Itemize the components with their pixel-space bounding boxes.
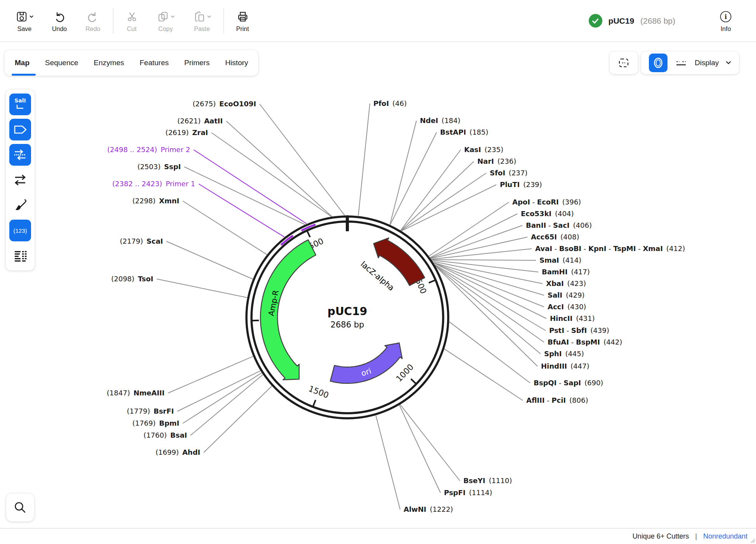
enzyme-label-apoi-ecori[interactable]: ApoI - EcoRI (396) bbox=[512, 198, 581, 206]
show-primers-button[interactable] bbox=[9, 144, 31, 166]
cutters-filter-label[interactable]: Unique 6+ Cutters bbox=[633, 532, 689, 541]
tab-enzymes[interactable]: Enzymes bbox=[94, 50, 124, 76]
paste-icon bbox=[193, 9, 211, 24]
undo-button[interactable]: Undo bbox=[43, 9, 76, 33]
chevron-down-icon[interactable] bbox=[726, 61, 731, 65]
enzyme-label-scai[interactable]: (2179) ScaI bbox=[120, 237, 163, 245]
enzyme-label-kasi[interactable]: KasI (235) bbox=[464, 146, 503, 154]
circular-map-button[interactable] bbox=[649, 54, 668, 72]
enzyme-label-afliii-pcii[interactable]: AflIII - PciI (806) bbox=[526, 396, 588, 404]
callout-line bbox=[401, 150, 461, 230]
enzyme-label-alwni[interactable]: AlwNI (1222) bbox=[404, 505, 453, 513]
tab-map[interactable]: Map bbox=[15, 50, 29, 76]
show-translations-button[interactable] bbox=[9, 169, 31, 191]
saved-check-icon bbox=[589, 14, 602, 28]
enzyme-label-pluti[interactable]: PluTI (239) bbox=[500, 180, 542, 189]
enzyme-label-aatii[interactable]: (2621) AatII bbox=[177, 117, 223, 125]
enzyme-label-nmeaiii[interactable]: (1847) NmeAIII bbox=[107, 389, 165, 397]
enzyme-label-eco53ki[interactable]: Eco53kI (404) bbox=[521, 210, 574, 218]
resize-grip-icon[interactable] bbox=[749, 537, 755, 543]
enzyme-label-avai-bsobi-kpni-tspmi-xmai[interactable]: AvaI - BsoBI - KpnI - TspMI - XmaI (412) bbox=[535, 244, 685, 253]
ring-tick bbox=[313, 400, 316, 407]
callout-line bbox=[226, 121, 332, 217]
show-features-button[interactable] bbox=[9, 119, 31, 140]
callout-line bbox=[431, 249, 532, 259]
copy-button[interactable]: Copy bbox=[147, 9, 184, 33]
callout-line bbox=[401, 185, 496, 231]
print-icon bbox=[236, 9, 249, 24]
enzyme-label-bstapi[interactable]: BstAPI (185) bbox=[440, 128, 488, 136]
enzyme-label-sphi[interactable]: SphI (445) bbox=[544, 350, 584, 358]
primer-pair-icon bbox=[12, 147, 28, 163]
enzyme-label-ahdi[interactable]: (1699) AhdI bbox=[156, 448, 200, 456]
style-brush-button[interactable] bbox=[9, 194, 31, 216]
tab-features[interactable]: Features bbox=[140, 50, 169, 76]
enzyme-label-bfuai-bspmi[interactable]: BfuAI - BspMI (442) bbox=[548, 338, 622, 346]
document-size: (2686 bp) bbox=[640, 16, 675, 26]
zoom-button[interactable] bbox=[6, 494, 34, 521]
enzyme-label-bpmi[interactable]: (1769) BpmI bbox=[132, 419, 179, 427]
annotation-rows-button[interactable] bbox=[9, 245, 31, 267]
enzyme-label-bamhi[interactable]: BamHI (417) bbox=[542, 268, 590, 276]
enzyme-label-xbai[interactable]: XbaI (423) bbox=[546, 279, 586, 288]
nonredundant-link[interactable]: Nonredundant bbox=[703, 532, 747, 541]
show-numbering-button[interactable]: (123) bbox=[9, 220, 31, 241]
primer-label-primer-2[interactable]: (2498 .. 2524) Primer 2 bbox=[107, 146, 190, 154]
enzyme-label-nari[interactable]: NarI (236) bbox=[477, 157, 516, 165]
linear-map-icon[interactable] bbox=[675, 57, 688, 69]
undo-icon bbox=[53, 9, 66, 24]
toolbar: Save Undo Redo Cut bbox=[0, 0, 756, 42]
callout-line bbox=[444, 349, 523, 400]
map-tool-sidebar: SalI (123) bbox=[6, 90, 35, 270]
callout-line bbox=[435, 265, 544, 342]
tick-label-1500: 1500 bbox=[307, 384, 330, 400]
cut-button[interactable]: Cut bbox=[116, 9, 147, 33]
enzyme-label-pspfi[interactable]: PspFI (1114) bbox=[444, 489, 492, 497]
enzyme-label-acci[interactable]: AccI (430) bbox=[548, 303, 586, 311]
tab-history[interactable]: History bbox=[225, 50, 248, 76]
enzyme-label-psti-sbfi[interactable]: PstI - SbfI (439) bbox=[549, 326, 609, 334]
tab-history-label: History bbox=[225, 59, 248, 67]
info-button[interactable]: i Info bbox=[710, 9, 741, 33]
enzyme-label-sfoi[interactable]: SfoI (237) bbox=[490, 169, 527, 177]
enzyme-label-bseyi[interactable]: BseYI (1110) bbox=[463, 476, 512, 485]
enzyme-label-bsrfi[interactable]: (1779) BsrFI bbox=[127, 407, 174, 415]
fit-to-window-button[interactable] bbox=[610, 52, 638, 74]
enzyme-label-tsoi[interactable]: (2098) TsoI bbox=[111, 275, 153, 283]
enzyme-label-banii-saci[interactable]: BanII - SacI (406) bbox=[526, 221, 592, 229]
callout-line bbox=[401, 161, 474, 230]
undo-label: Undo bbox=[52, 26, 67, 33]
enzyme-label-hindiii[interactable]: HindIII (447) bbox=[541, 362, 589, 370]
redo-button[interactable]: Redo bbox=[76, 9, 109, 33]
print-button[interactable]: Print bbox=[227, 9, 258, 33]
enzyme-label-zrai[interactable]: (2619) ZraI bbox=[165, 128, 208, 137]
enzyme-label-ecoo109i[interactable]: (2675) EcoO109I bbox=[192, 100, 256, 108]
tab-sequence[interactable]: Sequence bbox=[45, 50, 78, 76]
plasmid-map[interactable]: 5001000150020002500Amp-RlacZ-alphaori(26… bbox=[0, 0, 756, 544]
paste-label: Paste bbox=[194, 26, 210, 33]
feature-ori[interactable] bbox=[330, 343, 402, 383]
enzyme-label-sspi[interactable]: (2503) SspI bbox=[137, 163, 181, 171]
enzyme-label-bsai[interactable]: (1760) BsaI bbox=[144, 431, 187, 439]
chevron-down-icon bbox=[171, 15, 175, 18]
callout-line bbox=[399, 405, 440, 493]
tab-primers[interactable]: Primers bbox=[184, 50, 210, 76]
enzyme-label-bspqi-sapi[interactable]: BspQI - SapI (690) bbox=[534, 379, 603, 387]
enzyme-label-pfoi[interactable]: PfoI (46) bbox=[373, 99, 407, 107]
callout-line bbox=[358, 104, 370, 216]
ring-tick bbox=[429, 280, 435, 283]
enzyme-label-acc65i[interactable]: Acc65I (408) bbox=[531, 233, 579, 241]
callout-line bbox=[433, 263, 544, 307]
enzyme-label-sali[interactable]: SalI (429) bbox=[548, 291, 584, 299]
callout-line bbox=[432, 260, 536, 260]
enzyme-label-smai[interactable]: SmaI (414) bbox=[539, 256, 581, 264]
show-enzymes-button[interactable]: SalI bbox=[9, 94, 31, 115]
primer-label-primer-1[interactable]: (2382 .. 2423) Primer 1 bbox=[112, 180, 195, 188]
display-menu-label[interactable]: Display bbox=[695, 59, 719, 67]
enzyme-label-xmni[interactable]: (2298) XmnI bbox=[132, 197, 179, 205]
primer-line bbox=[194, 150, 307, 224]
save-button[interactable]: Save bbox=[6, 9, 43, 33]
enzyme-label-hincii[interactable]: HincII (431) bbox=[550, 314, 595, 322]
paste-button[interactable]: Paste bbox=[184, 9, 220, 33]
enzyme-label-ndei[interactable]: NdeI (184) bbox=[420, 116, 460, 125]
